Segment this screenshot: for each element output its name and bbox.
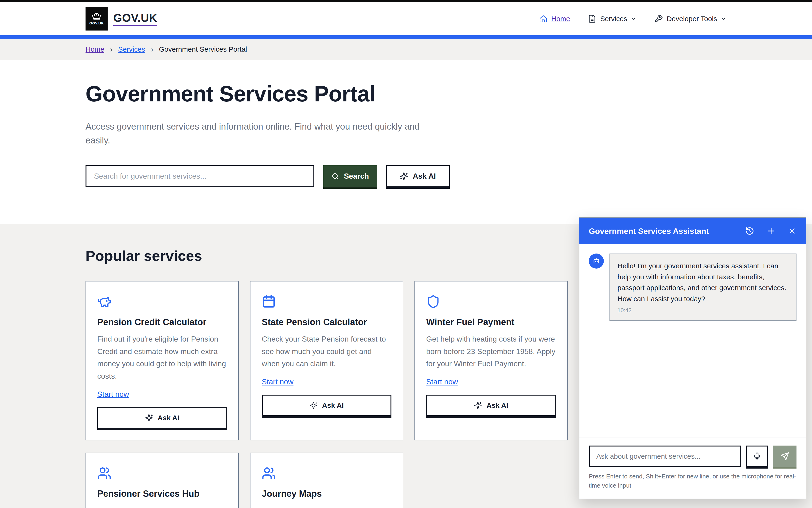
ask-ai-label: Ask AI [413, 172, 436, 180]
chat-assistant-panel: Government Services Assistant [579, 217, 806, 499]
ask-ai-label: Ask AI [158, 414, 179, 422]
chat-title: Government Services Assistant [589, 226, 709, 236]
sparkles-icon [145, 414, 153, 422]
ask-ai-button-card[interactable]: Ask AI [426, 395, 556, 416]
govuk-crest-logo: GOV.UK [85, 7, 108, 31]
file-text-icon [588, 14, 596, 23]
robot-icon [592, 257, 600, 265]
site-header: GOV.UK GOV.UK Home Services [0, 2, 812, 35]
ask-ai-label: Ask AI [322, 401, 344, 410]
send-button[interactable] [773, 446, 797, 467]
assistant-message-text: Hello! I'm your government services assi… [617, 261, 788, 304]
wrench-icon [654, 14, 663, 23]
chat-header: Government Services Assistant [579, 218, 806, 244]
card-description: Create and manage user journey maps and … [262, 505, 391, 508]
chat-history-button[interactable] [745, 226, 754, 236]
microphone-icon [753, 452, 761, 461]
search-row: Search Ask AI [85, 165, 727, 187]
breadcrumb-strip: Home › Services › Government Services Po… [0, 39, 812, 59]
history-icon [745, 226, 754, 236]
users-icon [97, 466, 111, 480]
start-now-link[interactable]: Start now [426, 378, 458, 386]
card-description: Find out if you're eligible for Pension … [97, 333, 227, 382]
users-icon [262, 466, 276, 480]
service-card-state-pension: State Pension Calculator Check your Stat… [250, 281, 403, 440]
chevron-down-icon [721, 16, 727, 22]
service-card-pensioner-hub: Pensioner Services Hub Access all pensio… [85, 453, 239, 508]
close-icon [788, 227, 797, 235]
calendar-icon [262, 295, 276, 309]
card-title: Journey Maps [262, 489, 322, 499]
nav-home-label: Home [551, 15, 570, 23]
chat-input[interactable] [589, 446, 741, 467]
chat-helper-text: Press Enter to send, Shift+Enter for new… [589, 472, 797, 490]
assistant-message-bubble: Hello! I'm your government services assi… [610, 254, 797, 321]
nav-item-developer-tools[interactable]: Developer Tools [654, 14, 727, 23]
bot-avatar [589, 254, 604, 268]
accent-blue-bar [0, 35, 812, 39]
service-card-pension-credit: Pension Credit Calculator Find out if yo… [85, 281, 239, 440]
ask-ai-button-hero[interactable]: Ask AI [386, 165, 450, 187]
breadcrumb-home-link[interactable]: Home [85, 45, 104, 53]
card-title: Winter Fuel Payment [426, 317, 514, 327]
nav-item-services[interactable]: Services [588, 14, 636, 23]
search-button[interactable]: Search [323, 165, 377, 187]
microphone-button[interactable] [746, 446, 768, 467]
card-title: Pensioner Services Hub [97, 489, 199, 499]
main-nav: Home Services Developer Tools [539, 14, 727, 23]
plus-icon [766, 226, 776, 236]
top-black-bar [0, 0, 812, 2]
sparkles-icon [400, 172, 408, 180]
chevron-down-icon [631, 16, 636, 22]
breadcrumb: Home › Services › Government Services Po… [85, 39, 727, 59]
service-card-journey-maps: Journey Maps Create and manage user jour… [250, 453, 403, 508]
logo-tile-label: GOV.UK [89, 21, 104, 25]
breadcrumb-separator-icon: › [151, 45, 153, 54]
search-button-label: Search [344, 172, 369, 180]
chat-close-button[interactable] [788, 227, 797, 235]
search-input[interactable] [85, 165, 314, 187]
home-icon [539, 14, 547, 23]
sparkles-icon [474, 401, 482, 410]
page-title: Government Services Portal [85, 81, 727, 107]
ask-ai-label: Ask AI [487, 401, 508, 410]
service-card-winter-fuel: Winter Fuel Payment Get help with heatin… [415, 281, 568, 440]
ask-ai-button-card[interactable]: Ask AI [97, 407, 227, 429]
piggy-bank-icon [97, 295, 111, 309]
search-icon [331, 172, 339, 180]
card-title: Pension Credit Calculator [97, 317, 206, 327]
start-now-link[interactable]: Start now [262, 378, 294, 386]
ask-ai-button-card[interactable]: Ask AI [262, 395, 391, 416]
chat-new-conversation-button[interactable] [766, 226, 776, 236]
chat-messages: Hello! I'm your government services assi… [579, 244, 806, 437]
breadcrumb-services-link[interactable]: Services [118, 45, 145, 53]
breadcrumb-current: Government Services Portal [159, 45, 247, 53]
chat-header-actions [745, 226, 797, 236]
card-description: Get help with heating costs if you were … [426, 333, 556, 370]
send-icon [780, 452, 789, 461]
shield-icon [426, 295, 440, 309]
page: GOV.UK GOV.UK Home Services [0, 0, 812, 508]
nav-devtools-label: Developer Tools [666, 15, 717, 23]
sparkles-icon [309, 401, 317, 410]
card-description: Check your State Pension forecast to see… [262, 333, 391, 370]
govuk-logo-link[interactable]: GOV.UK GOV.UK [85, 7, 157, 31]
message-timestamp: 10:42 [617, 307, 788, 313]
breadcrumb-separator-icon: › [110, 45, 113, 54]
hero-section: Government Services Portal Access govern… [0, 59, 812, 224]
crown-icon [90, 13, 103, 20]
card-title: State Pension Calculator [262, 317, 367, 327]
chat-input-area: Press Enter to send, Shift+Enter for new… [579, 437, 806, 499]
assistant-message-row: Hello! I'm your government services assi… [589, 254, 797, 321]
nav-item-home[interactable]: Home [539, 14, 570, 23]
card-description: Access all pensioner-specific services i… [97, 505, 227, 508]
nav-services-label: Services [600, 15, 627, 23]
page-subtitle: Access government services and informati… [85, 120, 443, 147]
start-now-link[interactable]: Start now [97, 390, 129, 398]
site-title: GOV.UK [113, 11, 157, 26]
